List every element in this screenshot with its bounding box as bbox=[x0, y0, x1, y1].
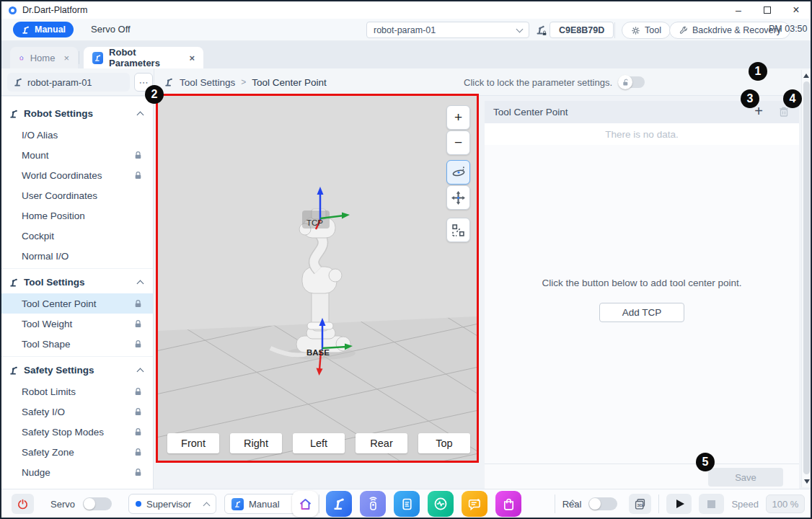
view-left-button[interactable]: Left bbox=[293, 433, 345, 453]
lock-icon bbox=[133, 171, 143, 180]
servo-toggle-label: Servo bbox=[50, 499, 75, 510]
servo-toggle[interactable] bbox=[83, 497, 112, 510]
pan-icon bbox=[451, 190, 466, 205]
unlock-icon bbox=[622, 79, 630, 86]
scroll-down-icon[interactable] bbox=[804, 479, 810, 484]
sidebar-item-robot-limits[interactable]: Robot Limits bbox=[1, 381, 153, 402]
view-right-button[interactable]: Right bbox=[230, 433, 282, 453]
close-button[interactable]: × bbox=[782, 1, 811, 19]
parameter-lock-toggle[interactable] bbox=[619, 76, 645, 88]
sidebar-item-mount[interactable]: Mount bbox=[1, 145, 153, 165]
app-dock bbox=[292, 491, 521, 517]
sidebar-item-nudge[interactable]: Nudge bbox=[1, 462, 153, 482]
sidebar-item-safety-stop-modes[interactable]: Safety Stop Modes bbox=[1, 422, 153, 442]
measure-tool-button[interactable] bbox=[446, 218, 470, 242]
save-button[interactable]: Save bbox=[708, 468, 783, 487]
servo-status-text: Servo Off bbox=[91, 24, 131, 35]
maximize-icon bbox=[764, 6, 771, 14]
tab-robot-parameters-close-icon[interactable]: × bbox=[189, 53, 195, 63]
param-file-select[interactable]: robot-param-01 bbox=[366, 22, 529, 38]
view-front-button[interactable]: Front bbox=[167, 433, 219, 453]
mode-badge-label: Manual bbox=[35, 25, 66, 35]
divider bbox=[79, 51, 79, 64]
robot-mode-value: Manual bbox=[249, 499, 280, 510]
divider bbox=[614, 22, 615, 38]
sidebar-item-cockpit[interactable]: Cockpit bbox=[1, 226, 153, 246]
pan-tool-button[interactable] bbox=[446, 185, 470, 210]
robot-3d-viewer[interactable]: TCP BASE + − Front Right Left Rear Top bbox=[156, 94, 479, 463]
home-icon bbox=[19, 53, 25, 63]
chevron-up-icon bbox=[137, 280, 144, 287]
orbit-tool-button[interactable] bbox=[446, 160, 470, 185]
robot-params-app-button[interactable] bbox=[326, 491, 352, 517]
view-rear-button[interactable]: Rear bbox=[356, 433, 407, 453]
robot-serial-chip[interactable]: C9E8B79D bbox=[550, 22, 614, 38]
sidebar-item-tool-shape[interactable]: Tool Shape bbox=[1, 334, 153, 354]
param-name-field[interactable]: robot-param-01 bbox=[7, 73, 130, 92]
divider bbox=[555, 494, 555, 513]
param-file-value: robot-param-01 bbox=[374, 25, 436, 35]
user-role-select[interactable]: Supervisor bbox=[128, 494, 216, 514]
clock-text: PM 03:50 bbox=[769, 24, 808, 34]
zoom-out-button[interactable]: − bbox=[446, 130, 470, 155]
sidebar-item-normal-io[interactable]: Normal I/O bbox=[1, 246, 153, 266]
chevron-up-icon bbox=[137, 368, 144, 375]
robot-icon bbox=[9, 109, 19, 119]
document-icon bbox=[400, 497, 415, 512]
minimize-button[interactable]: – bbox=[724, 1, 753, 19]
add-tcp-button[interactable]: Add TCP bbox=[599, 303, 684, 322]
sidebar-item-safety-io[interactable]: Safety I/O bbox=[1, 402, 153, 422]
sidebar-item-user-coordinates[interactable]: User Coordinates bbox=[1, 185, 153, 205]
wrench-icon bbox=[679, 26, 688, 35]
tab-robot-parameters[interactable]: Robot Parameters × bbox=[84, 47, 203, 68]
maximize-button[interactable] bbox=[753, 1, 782, 19]
view-top-button[interactable]: Top bbox=[418, 433, 470, 453]
sidebar-header-tool-settings[interactable]: Tool Settings bbox=[1, 271, 153, 293]
3d-view-button[interactable] bbox=[629, 494, 651, 514]
monitoring-app-button[interactable] bbox=[428, 491, 454, 517]
sidebar-header-robot-settings[interactable]: Robot Settings bbox=[1, 102, 153, 125]
mode-badge[interactable]: Manual bbox=[13, 22, 74, 37]
jog-app-button[interactable] bbox=[360, 491, 386, 517]
tab-home[interactable]: Home × bbox=[10, 47, 78, 68]
panel-scrollbar[interactable] bbox=[801, 70, 811, 487]
content-area: robot-param-01 ⋯ Tool Settings > Tool Ce… bbox=[1, 68, 811, 489]
lock-icon bbox=[133, 340, 143, 349]
lock-icon bbox=[133, 319, 143, 329]
scroll-up-icon[interactable] bbox=[803, 74, 809, 78]
tcp-panel: Tool Center Point + There is no data. Cl… bbox=[485, 101, 799, 489]
play-button[interactable] bbox=[666, 494, 692, 514]
content-top-bar: robot-param-01 ⋯ Tool Settings > Tool Ce… bbox=[1, 68, 811, 96]
tab-bar: Home × Robot Parameters × bbox=[1, 41, 811, 68]
tool-button[interactable]: Tool bbox=[622, 22, 671, 39]
message-app-button[interactable] bbox=[462, 491, 487, 517]
sidebar-item-io-alias[interactable]: I/O Alias bbox=[1, 125, 153, 145]
lock-icon bbox=[133, 407, 143, 417]
robot-icon bbox=[9, 365, 19, 376]
sidebar-item-home-position[interactable]: Home Position bbox=[1, 205, 153, 226]
tcp-panel-title: Tool Center Point bbox=[493, 107, 568, 117]
backdrive-label: Backdrive & Recovery bbox=[692, 25, 781, 35]
speed-value-box[interactable]: 100 % bbox=[766, 494, 805, 513]
sidebar-item-safety-zone[interactable]: Safety Zone bbox=[1, 442, 153, 462]
real-toggle[interactable] bbox=[588, 497, 617, 510]
sidebar-item-tool-weight[interactable]: Tool Weight bbox=[1, 314, 153, 334]
play-icon bbox=[676, 500, 684, 508]
lock-icon bbox=[133, 427, 143, 437]
sidebar-header-safety-settings[interactable]: Safety Settings bbox=[1, 359, 153, 381]
store-app-button[interactable] bbox=[495, 491, 521, 517]
breadcrumb-current: Tool Center Point bbox=[252, 77, 327, 88]
sidebar-item-tool-center-point[interactable]: Tool Center Point bbox=[1, 293, 153, 314]
task-editor-app-button[interactable] bbox=[394, 491, 420, 517]
breadcrumb-parent[interactable]: Tool Settings bbox=[180, 77, 235, 88]
power-button[interactable] bbox=[12, 494, 34, 514]
zoom-in-button[interactable]: + bbox=[446, 105, 470, 130]
scrollbar-thumb[interactable] bbox=[803, 81, 810, 474]
sidebar-item-world-coordinates[interactable]: World Coordinates bbox=[1, 165, 153, 185]
annotation-2: 2 bbox=[145, 85, 164, 104]
tab-home-close-icon[interactable]: × bbox=[63, 53, 69, 63]
home-app-button[interactable] bbox=[292, 491, 318, 517]
status-dot-icon bbox=[136, 501, 141, 507]
stop-button[interactable] bbox=[699, 494, 724, 514]
bottom-bar: Servo Supervisor Manual bbox=[1, 489, 811, 518]
